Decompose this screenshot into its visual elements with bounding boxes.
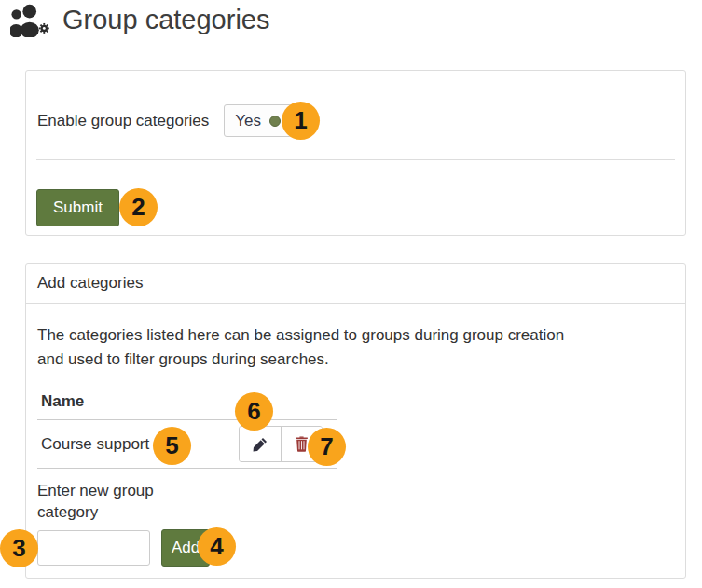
submit-button[interactable]: Submit <box>36 189 119 226</box>
new-category-input[interactable] <box>37 530 150 566</box>
new-category-section: Enter new group category Add <box>37 480 674 567</box>
page-title-text: Group categories <box>62 5 269 35</box>
name-column-header: Name <box>37 389 235 420</box>
step-badge-3: 3 <box>0 529 38 567</box>
step-badge-4: 4 <box>198 527 236 566</box>
description-line-1: The categories listed here can be assign… <box>37 326 564 344</box>
step-badge-7: 7 <box>308 428 346 466</box>
page-title: Group categories <box>10 3 269 37</box>
add-categories-panel: Add categories The categories listed her… <box>25 263 686 579</box>
enable-categories-label: Enable group categories <box>37 112 209 130</box>
panel-heading: Add categories <box>26 264 685 304</box>
step-badge-6: 6 <box>235 392 273 431</box>
panel-body: The categories listed here can be assign… <box>26 304 685 567</box>
pencil-icon <box>253 437 268 452</box>
new-category-label: Enter new group category <box>37 480 177 523</box>
description-line-2: and used to filter groups during searche… <box>37 350 329 368</box>
form-divider <box>36 159 675 160</box>
table-header-row: Name <box>37 389 337 420</box>
enable-categories-row: Enable group categories Yes <box>37 104 674 137</box>
step-badge-1: 1 <box>282 102 320 140</box>
users-gear-icon <box>10 3 53 37</box>
category-name-cell: Course support <box>37 420 235 469</box>
categories-description: The categories listed here can be assign… <box>37 323 674 372</box>
circle-dot-icon <box>269 116 281 127</box>
group-categories-page: Group categories Enable group categories… <box>0 0 702 588</box>
new-category-row: Add <box>37 529 674 567</box>
trash-icon <box>295 436 309 452</box>
step-badge-2: 2 <box>119 188 158 226</box>
edit-category-button[interactable] <box>240 427 281 461</box>
step-badge-5: 5 <box>153 427 191 465</box>
toggle-state-label: Yes <box>235 112 261 130</box>
